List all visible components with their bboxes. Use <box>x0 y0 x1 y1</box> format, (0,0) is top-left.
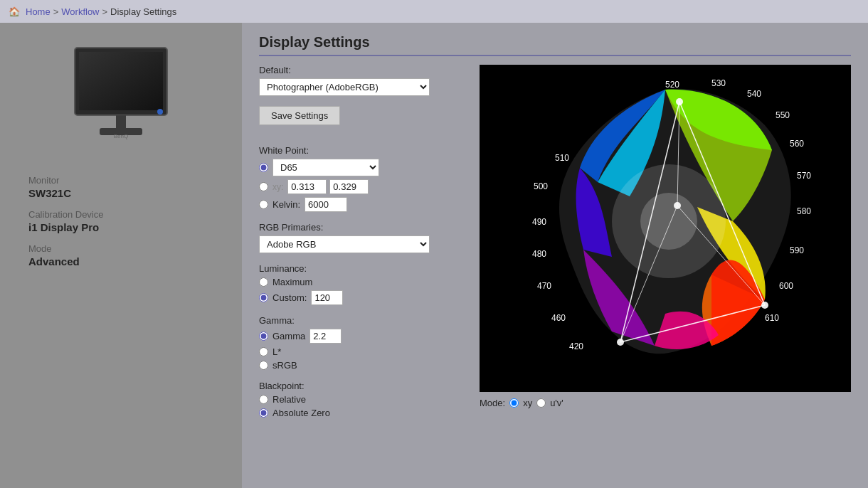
gamma-gamma-row: Gamma <box>259 329 465 344</box>
xy-x-input[interactable] <box>287 179 327 194</box>
svg-text:550: 550 <box>776 110 790 120</box>
diagram-mode-label: Mode: <box>480 398 505 408</box>
kelvin-label: Kelvin: <box>272 199 300 210</box>
white-point-kelvin-row: Kelvin: <box>259 197 465 212</box>
svg-text:540: 540 <box>747 89 761 99</box>
white-point-radio-group: D65 D50 D55 D75 Custom xy: <box>259 159 465 212</box>
blackpoint-field-group: Blackpoint: Relative Absolute Zero <box>259 381 465 418</box>
blackpoint-relative-radio[interactable] <box>259 395 268 404</box>
svg-rect-3 <box>116 115 126 128</box>
breadcrumb-home[interactable]: Home <box>26 6 51 17</box>
diagram-mode-uv-label[interactable]: u'v' <box>550 398 563 408</box>
sidebar: BenQ Monitor SW321C Calibration Device i… <box>0 23 242 488</box>
luminance-custom-label: Custom: <box>272 292 307 303</box>
sidebar-info: Monitor SW321C Calibration Device i1 Dis… <box>14 165 228 267</box>
mode-value: Advanced <box>28 255 228 267</box>
breadcrumb-sep-1: > <box>53 6 59 17</box>
svg-text:530: 530 <box>711 78 726 88</box>
white-point-xy-radio[interactable] <box>259 182 268 191</box>
white-point-select[interactable]: D65 D50 D55 D75 Custom <box>272 159 379 176</box>
white-point-d65-row: D65 D50 D55 D75 Custom <box>259 159 465 176</box>
monitor-label: Monitor <box>28 175 228 186</box>
gamma-field-group: Gamma: Gamma L* sRGB <box>259 315 465 371</box>
blackpoint-relative-row: Relative <box>259 394 465 405</box>
gamma-lstar-label: L* <box>272 346 281 357</box>
chromaticity-diagram: 520 530 540 550 560 570 580 590 600 610 … <box>480 65 851 392</box>
save-settings-button[interactable]: Save Settings <box>259 106 340 125</box>
gamma-srgb-radio[interactable] <box>259 361 268 370</box>
monitor-svg: BenQ <box>68 41 174 147</box>
diagram-area: 520 530 540 550 560 570 580 590 600 610 … <box>480 65 851 392</box>
white-point-d65-radio[interactable] <box>259 163 268 172</box>
breadcrumb-sep-2: > <box>102 6 108 17</box>
gamma-srgb-row: sRGB <box>259 360 465 371</box>
save-button-group: Save Settings <box>259 106 465 135</box>
mode-label: Mode <box>28 243 228 254</box>
page-title: Display Settings <box>259 34 851 56</box>
kelvin-input[interactable] <box>305 197 347 212</box>
rgb-primaries-select[interactable]: Adobe RGB sRGB DCI-P3 Rec. 2020 <box>259 235 430 253</box>
white-point-kelvin-radio[interactable] <box>259 200 268 209</box>
calibration-value: i1 Display Pro <box>28 221 228 233</box>
gamma-srgb-label: sRGB <box>272 360 297 371</box>
svg-text:520: 520 <box>665 80 679 90</box>
luminance-custom-radio[interactable] <box>259 293 268 302</box>
svg-text:470: 470 <box>537 281 551 291</box>
diagram-container: 520 530 540 550 560 570 580 590 600 610 … <box>480 65 851 428</box>
gamma-lstar-radio[interactable] <box>259 347 268 356</box>
default-field-group: Default: Photographer (AdobeRGB) sRGB Cu… <box>259 65 465 96</box>
blackpoint-label: Blackpoint: <box>259 381 465 391</box>
gamma-gamma-input[interactable] <box>309 329 342 344</box>
luminance-custom-row: Custom: <box>259 290 465 305</box>
diagram-mode-xy-radio[interactable] <box>509 398 519 408</box>
white-point-field-group: White Point: D65 D50 D55 D75 Custom <box>259 145 465 212</box>
svg-text:570: 570 <box>797 171 811 181</box>
breadcrumb-workflow[interactable]: Workflow <box>61 6 99 17</box>
settings-and-diagram: Default: Photographer (AdobeRGB) sRGB Cu… <box>259 65 851 428</box>
content-area: Display Settings Default: Photographer (… <box>242 23 868 488</box>
luminance-label: Luminance: <box>259 263 465 274</box>
svg-rect-2 <box>79 52 163 110</box>
settings-panel: Default: Photographer (AdobeRGB) sRGB Cu… <box>259 65 465 428</box>
svg-text:420: 420 <box>569 341 583 351</box>
gamma-lstar-row: L* <box>259 346 465 357</box>
svg-text:480: 480 <box>532 249 546 259</box>
luminance-maximum-row: Maximum <box>259 277 465 287</box>
svg-text:560: 560 <box>790 139 804 149</box>
blackpoint-radio-group: Relative Absolute Zero <box>259 394 465 418</box>
luminance-maximum-radio[interactable] <box>259 277 268 287</box>
svg-text:460: 460 <box>551 313 566 323</box>
blackpoint-relative-label: Relative <box>272 394 306 405</box>
luminance-maximum-label: Maximum <box>272 277 312 287</box>
svg-text:BenQ: BenQ <box>114 133 128 139</box>
calibration-label: Calibration Device <box>28 209 228 220</box>
diagram-mode-uv-radio[interactable] <box>536 398 546 408</box>
xy-inputs <box>287 179 369 194</box>
rgb-primaries-label: RGB Primaries: <box>259 222 465 233</box>
xy-label: xy: <box>272 182 283 192</box>
svg-point-5 <box>157 109 163 115</box>
white-point-label: White Point: <box>259 145 465 156</box>
home-icon: 🏠 <box>9 6 20 17</box>
svg-text:590: 590 <box>790 245 804 255</box>
gamma-gamma-radio[interactable] <box>259 331 268 341</box>
blackpoint-absolute-label: Absolute Zero <box>272 408 330 418</box>
monitor-value: SW321C <box>28 187 228 199</box>
monitor-image: BenQ <box>64 37 178 151</box>
svg-text:500: 500 <box>534 181 548 191</box>
mode-bar: Mode: xy u'v' <box>480 392 851 411</box>
svg-text:490: 490 <box>532 217 546 227</box>
luminance-field-group: Luminance: Maximum Custom: <box>259 263 465 305</box>
svg-text:580: 580 <box>797 206 811 216</box>
luminance-custom-input[interactable] <box>311 290 343 305</box>
rgb-primaries-field-group: RGB Primaries: Adobe RGB sRGB DCI-P3 Rec… <box>259 222 465 253</box>
svg-text:510: 510 <box>555 153 569 163</box>
default-select[interactable]: Photographer (AdobeRGB) sRGB Custom <box>259 78 430 96</box>
xy-y-input[interactable] <box>329 179 369 194</box>
breadcrumb-current: Display Settings <box>110 6 176 17</box>
diagram-mode-xy-label[interactable]: xy <box>523 398 532 408</box>
gamma-radio-group: Gamma L* sRGB <box>259 329 465 371</box>
gamma-label: Gamma: <box>259 315 465 326</box>
blackpoint-absolute-radio[interactable] <box>259 408 268 418</box>
svg-text:610: 610 <box>765 313 779 323</box>
